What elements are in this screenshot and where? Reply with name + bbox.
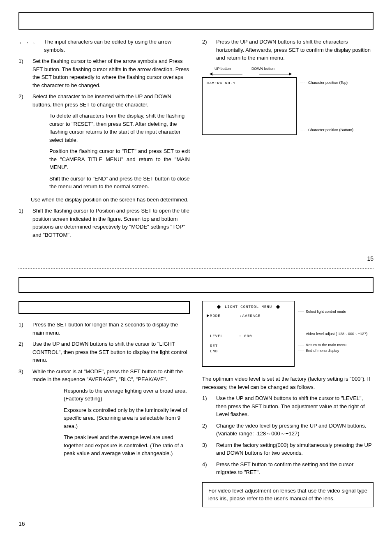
annotation-text: Select light control mode [306, 309, 346, 315]
mode-label: MODE [210, 314, 221, 318]
page-number: 15 [18, 254, 374, 263]
annotation-text: Character position (Top) [308, 80, 348, 86]
mode-definition: Responds to the average lighting over a … [64, 387, 190, 403]
level-value: : 000 [239, 334, 252, 338]
step-number: 1) [202, 394, 211, 419]
page15-right-column: 2) Press the UP and DOWN buttons to shif… [202, 38, 374, 242]
figure-annotation-top: ······ Character position (Top) [300, 80, 348, 86]
step-number: 4) [202, 460, 211, 476]
mode-definitions: Responds to the average lighting over a … [64, 387, 190, 458]
step-number: 3) [202, 441, 211, 457]
step-text: While the cursor is at "MODE", press the… [32, 368, 190, 384]
step-text: Use the UP and DOWN buttons to shift the… [216, 394, 374, 419]
figure-display-box: CAMERA NO.1 ······ Character position (T… [202, 77, 297, 135]
step-text: Return the factory setting(000) by simul… [216, 441, 374, 457]
list-item: 2) Change the video level by pressing th… [202, 422, 374, 438]
page16-columns: 1) Press the SET button for longer than … [18, 301, 374, 507]
section-heading-box [18, 277, 374, 293]
mode-definition: The peak level and the average level are… [64, 433, 190, 458]
right-arrow-icon [259, 72, 292, 76]
dots-icon: ······ [298, 348, 304, 354]
annotation-text: Character position (Bottom) [308, 127, 353, 133]
arrow-symbols-row: ←・→ The input characters can be edited b… [18, 38, 190, 54]
list-item: 1) Set the flashing cursor to either of … [18, 57, 190, 89]
menu-display-box: LIGHT CONTROL MENU MODE :AVERAGE LEVEL :… [202, 301, 295, 367]
page15-columns: ←・→ The input characters can be edited b… [18, 38, 374, 242]
note-box: For video level adjustment on lenses tha… [202, 482, 374, 507]
indented-paragraph: To delete all characters from the displa… [49, 112, 190, 144]
list-item: 2) Use the UP and DOWN buttons to shift … [18, 340, 190, 364]
dots-icon: ······ [298, 331, 304, 337]
step-number: 2) [18, 340, 28, 364]
down-button-label: DOWN button [251, 66, 274, 72]
menu-annotations: ······ Select light control mode ······ … [298, 301, 367, 354]
step-number: 1) [18, 207, 28, 239]
list-item: 2) Press the UP and DOWN buttons to shif… [202, 38, 374, 62]
up-button-label: UP button [214, 66, 231, 72]
menu-row-ret: RET [210, 344, 290, 349]
list-item: 1) Shift the flashing cursor to Position… [18, 207, 190, 239]
menu-title-row: LIGHT CONTROL MENU [207, 305, 290, 310]
step-number: 2) [202, 422, 211, 438]
annotation-text: End of menu display [306, 348, 339, 354]
list-item: 4) Press the SET button to confirm the s… [202, 460, 374, 476]
left-arrow-icon [210, 72, 242, 76]
step-text: Use the UP and DOWN buttons to shift the… [32, 340, 190, 364]
step-number: 1) [18, 57, 28, 89]
list-item: 1) Press the SET button for longer than … [18, 321, 190, 337]
arrow-glyphs: ←・→ [18, 38, 36, 47]
step-text: Press the UP and DOWN buttons to shift t… [216, 38, 374, 62]
diamond-icon [217, 305, 221, 309]
mode-definition: Exposure is controlled only by the lumin… [64, 406, 190, 430]
figure-annotation-bottom: ······ Character position (Bottom) [300, 127, 353, 133]
diamond-icon [276, 305, 280, 309]
dots-icon: ······ [298, 309, 304, 315]
step-number: 1) [18, 321, 28, 337]
dots-icon: ······ [298, 342, 304, 348]
page-number: 16 [18, 520, 374, 528]
menu-annotation: ······ Video level adjust (-128～000～+127… [298, 331, 367, 337]
indented-paragraph: Position the flashing cursor to "RET" an… [49, 147, 190, 171]
indented-paragraph: Shift the cursor to "END" and press the … [49, 175, 190, 191]
level-label: LEVEL [210, 334, 223, 338]
list-item: 2) Select the character to be inserted w… [18, 92, 190, 109]
figure-wrapper: UP button DOWN button CAMERA NO.1 ······… [202, 66, 374, 135]
step-text: Press the SET button to confirm the sett… [216, 460, 374, 476]
list-item: 1) Use the UP and DOWN buttons to shift … [202, 394, 374, 419]
step-text: Shift the flashing cursor to Position an… [32, 207, 190, 239]
page-divider [18, 268, 374, 269]
step-number: 2) [202, 38, 211, 62]
menu-annotation: ······ End of menu display [298, 348, 367, 354]
menu-row-end: END [210, 349, 290, 355]
step-text: Change the video level by pressing the U… [216, 422, 374, 438]
list-item: 3) While the cursor is at "MODE", press … [18, 368, 190, 384]
page16-left-column: 1) Press the SET button for longer than … [18, 301, 190, 507]
sub-heading-box [18, 301, 190, 314]
arrow-description: The input characters can be edited by us… [44, 38, 190, 54]
dots-icon: ······ [300, 127, 307, 133]
dots-icon: ······ [300, 80, 307, 86]
mode-value: :AVERAGE [240, 314, 261, 318]
figure-arrow-bar [210, 72, 374, 76]
page15-left-column: ←・→ The input characters can be edited b… [18, 38, 190, 242]
camera-label: CAMERA NO.1 [207, 81, 235, 86]
step-text: Press the SET button for longer than 2 s… [32, 321, 190, 337]
step-number: 2) [18, 92, 28, 109]
menu-figure-container: LIGHT CONTROL MENU MODE :AVERAGE LEVEL :… [202, 301, 374, 367]
step-text: Select the character to be inserted with… [32, 92, 190, 109]
list-item: 3) Return the factory setting(000) by si… [202, 441, 374, 457]
menu-annotation: ······ Select light control mode [298, 309, 367, 315]
menu-annotation: ······ Return to the main menu [298, 342, 367, 348]
annotation-text: Video level adjust (-128～000～+127) [306, 331, 367, 337]
step-number: 3) [18, 368, 28, 384]
paragraph: Use when the display position on the scr… [31, 196, 190, 204]
figure-button-labels: UP button DOWN button [214, 66, 374, 72]
cursor-icon [207, 314, 209, 317]
page16-right-column: LIGHT CONTROL MENU MODE :AVERAGE LEVEL :… [202, 301, 374, 507]
step-text: Set the flashing cursor to either of the… [32, 57, 190, 89]
menu-title: LIGHT CONTROL MENU [225, 305, 272, 309]
menu-row-level: LEVEL : 000 [207, 334, 290, 340]
intro-paragraph: The optimum video level is set at the fa… [202, 375, 374, 391]
menu-row-mode: MODE :AVERAGE [207, 314, 290, 319]
top-heading-box [18, 12, 374, 30]
